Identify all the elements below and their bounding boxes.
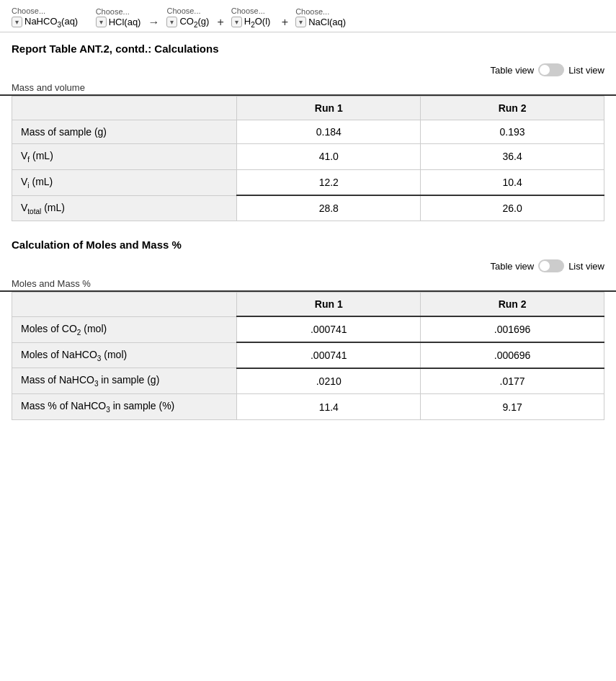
table-view-label-2[interactable]: Table view (490, 261, 534, 272)
equation-group-5: Choose... ▾ NaCl(aq) (295, 7, 346, 27)
row-run1-mass-nahco3: .0210 (237, 368, 421, 394)
table-row: Mass of sample (g) 0.184 0.193 (12, 120, 604, 144)
dropdown-arrow-5[interactable]: ▾ (295, 17, 306, 27)
col-header-run1-1: Run 1 (237, 97, 421, 120)
table-label-1: Mass and volume (0, 79, 616, 96)
row-run2-moles-co2: .001696 (421, 316, 604, 342)
plus-1: + (213, 6, 228, 29)
table-row: Mass % of NaHCO3 in sample (%) 11.4 9.17 (12, 394, 604, 420)
moles-mass-table: Run 1 Run 2 Moles of CO2 (mol) .000741 .… (12, 292, 604, 420)
row-run2-vf: 36.4 (421, 144, 604, 170)
choose-label-2: Choose... (96, 7, 130, 16)
row-run2-mass-nahco3: .0177 (421, 368, 604, 394)
col-header-label-2 (12, 293, 237, 317)
row-label-mass-pct: Mass % of NaHCO3 in sample (%) (12, 394, 237, 420)
row-label-mass-nahco3: Mass of NaHCO3 in sample (g) (12, 368, 237, 394)
choose-label-3: Choose... (166, 6, 200, 15)
table-row: Vtotal (mL) 28.8 26.0 (12, 195, 604, 221)
plus-2: + (277, 6, 293, 29)
table-row: Vf (mL) 41.0 36.4 (12, 144, 604, 170)
section2-title: Calculation of Moles and Mass % (0, 228, 616, 257)
table-wrapper-2: Run 1 Run 2 Moles of CO2 (mol) .000741 .… (0, 292, 616, 420)
dropdown-arrow-2[interactable]: ▾ (96, 17, 107, 27)
choose-dropdown-3[interactable]: ▾ CO2(g) (166, 16, 209, 29)
section1-title: Report Table ANT.2, contd.: Calculations (0, 32, 616, 61)
table-row: Mass of NaHCO3 in sample (g) .0210 .0177 (12, 368, 604, 394)
row-run1-moles-nahco3: .000741 (237, 342, 421, 368)
reaction-arrow: → (143, 6, 164, 29)
chemical-4: H2O(l) (244, 16, 271, 29)
col-header-run2-1: Run 2 (421, 97, 604, 120)
view-toggle-2: Table view List view (0, 257, 616, 275)
dropdown-arrow-3[interactable]: ▾ (166, 17, 177, 27)
dropdown-arrow-4[interactable]: ▾ (231, 17, 242, 27)
dropdown-arrow-1[interactable]: ▾ (12, 17, 22, 27)
equation-group-3: Choose... ▾ CO2(g) (166, 6, 210, 29)
table-row: Moles of NaHCO3 (mol) .000741 .000696 (12, 342, 604, 368)
row-run2-moles-nahco3: .000696 (421, 342, 604, 368)
choose-dropdown-2[interactable]: ▾ HCl(aq) (96, 17, 141, 27)
choose-dropdown-5[interactable]: ▾ NaCl(aq) (295, 17, 346, 27)
row-label-moles-nahco3: Moles of NaHCO3 (mol) (12, 342, 237, 368)
row-label-vf: Vf (mL) (12, 144, 237, 170)
equation-bar: Choose... ▾ NaHCO3(aq) Choose... ▾ HCl(a… (0, 0, 616, 32)
chemical-5: NaCl(aq) (308, 17, 346, 27)
choose-label-1: Choose... (12, 6, 45, 15)
row-run1-mass: 0.184 (237, 120, 421, 144)
table-row: Vi (mL) 12.2 10.4 (12, 169, 604, 195)
row-run1-mass-pct: 11.4 (237, 394, 421, 420)
row-label-vtotal: Vtotal (mL) (12, 195, 237, 221)
choose-label-5: Choose... (295, 7, 329, 16)
choose-dropdown-1[interactable]: ▾ NaHCO3(aq) (12, 16, 78, 29)
chemical-3: CO2(g) (179, 16, 209, 29)
row-run1-vi: 12.2 (237, 169, 421, 195)
row-run2-mass: 0.193 (421, 120, 604, 144)
chemical-1: NaHCO3(aq) (24, 16, 78, 29)
table-label-2: Moles and Mass % (0, 275, 616, 292)
mass-volume-table: Run 1 Run 2 Mass of sample (g) 0.184 0.1… (12, 96, 604, 221)
equation-group-1: Choose... ▾ NaHCO3(aq) (12, 6, 78, 29)
equation-group-4: Choose... ▾ H2O(l) (231, 6, 274, 29)
row-run1-moles-co2: .000741 (237, 316, 421, 342)
view-toggle-1: Table view List view (0, 61, 616, 79)
col-header-label-1 (12, 97, 237, 120)
table-header-row-2: Run 1 Run 2 (12, 293, 604, 317)
row-run2-mass-pct: 9.17 (421, 394, 604, 420)
choose-label-4: Choose... (231, 6, 265, 15)
list-view-label-1[interactable]: List view (568, 65, 604, 76)
table-view-label-1[interactable]: Table view (490, 65, 534, 76)
row-run1-vtotal: 28.8 (237, 195, 421, 221)
table-row: Moles of CO2 (mol) .000741 .001696 (12, 316, 604, 342)
equation-group-2: Choose... ▾ HCl(aq) (96, 7, 141, 27)
row-label-mass: Mass of sample (g) (12, 120, 237, 144)
toggle-switch-2[interactable] (538, 259, 564, 272)
col-header-run1-2: Run 1 (237, 293, 421, 317)
choose-dropdown-4[interactable]: ▾ H2O(l) (231, 16, 271, 29)
list-view-label-2[interactable]: List view (568, 261, 604, 272)
table-wrapper-1: Run 1 Run 2 Mass of sample (g) 0.184 0.1… (0, 96, 616, 221)
col-header-run2-2: Run 2 (421, 293, 604, 317)
row-label-moles-co2: Moles of CO2 (mol) (12, 316, 237, 342)
eq-space-1 (81, 6, 92, 29)
chemical-2: HCl(aq) (109, 17, 141, 27)
table-header-row-1: Run 1 Run 2 (12, 97, 604, 120)
row-label-vi: Vi (mL) (12, 169, 237, 195)
row-run2-vtotal: 26.0 (421, 195, 604, 221)
row-run1-vf: 41.0 (237, 144, 421, 170)
row-run2-vi: 10.4 (421, 169, 604, 195)
toggle-switch-1[interactable] (538, 63, 564, 76)
